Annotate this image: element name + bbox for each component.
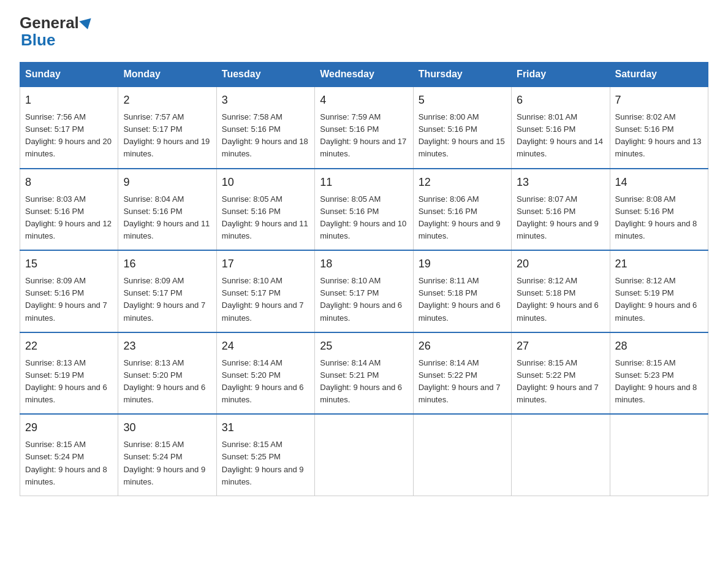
header-day-wednesday: Wednesday bbox=[315, 63, 413, 87]
calendar-cell bbox=[610, 414, 708, 496]
day-number: 12 bbox=[419, 174, 506, 191]
calendar-cell: 26 Sunrise: 8:14 AMSunset: 5:22 PMDaylig… bbox=[413, 332, 511, 415]
day-number: 7 bbox=[615, 92, 703, 109]
calendar-cell: 28 Sunrise: 8:15 AMSunset: 5:23 PMDaylig… bbox=[610, 332, 708, 415]
day-number: 9 bbox=[123, 174, 211, 191]
day-info: Sunrise: 8:12 AMSunset: 5:18 PMDaylight:… bbox=[517, 276, 599, 322]
header-day-saturday: Saturday bbox=[610, 63, 708, 87]
calendar-cell: 24 Sunrise: 8:14 AMSunset: 5:20 PMDaylig… bbox=[216, 332, 314, 415]
day-info: Sunrise: 8:00 AMSunset: 5:16 PMDaylight:… bbox=[419, 112, 505, 158]
day-number: 29 bbox=[25, 419, 113, 436]
header-day-thursday: Thursday bbox=[413, 63, 511, 87]
day-number: 11 bbox=[320, 174, 408, 191]
calendar-cell: 19 Sunrise: 8:11 AMSunset: 5:18 PMDaylig… bbox=[413, 250, 511, 332]
day-info: Sunrise: 8:11 AMSunset: 5:18 PMDaylight:… bbox=[419, 276, 501, 322]
calendar-cell: 5 Sunrise: 8:00 AMSunset: 5:16 PMDayligh… bbox=[413, 86, 511, 169]
day-number: 20 bbox=[517, 256, 604, 272]
day-info: Sunrise: 7:58 AMSunset: 5:16 PMDaylight:… bbox=[222, 112, 308, 158]
logo-blue-text: Blue bbox=[21, 31, 55, 49]
day-info: Sunrise: 8:04 AMSunset: 5:16 PMDaylight:… bbox=[123, 194, 210, 240]
day-number: 6 bbox=[517, 92, 604, 109]
day-info: Sunrise: 8:08 AMSunset: 5:16 PMDaylight:… bbox=[615, 194, 697, 240]
day-info: Sunrise: 8:02 AMSunset: 5:16 PMDaylight:… bbox=[615, 112, 702, 158]
day-info: Sunrise: 8:09 AMSunset: 5:16 PMDaylight:… bbox=[25, 276, 107, 322]
day-info: Sunrise: 8:06 AMSunset: 5:16 PMDaylight:… bbox=[419, 194, 501, 240]
day-info: Sunrise: 8:07 AMSunset: 5:16 PMDaylight:… bbox=[517, 194, 599, 240]
day-number: 4 bbox=[320, 92, 408, 109]
calendar-cell: 12 Sunrise: 8:06 AMSunset: 5:16 PMDaylig… bbox=[413, 169, 511, 251]
calendar-cell: 21 Sunrise: 8:12 AMSunset: 5:19 PMDaylig… bbox=[610, 250, 708, 332]
calendar-cell: 10 Sunrise: 8:05 AMSunset: 5:16 PMDaylig… bbox=[216, 169, 314, 251]
calendar-cell: 1 Sunrise: 7:56 AMSunset: 5:17 PMDayligh… bbox=[20, 86, 118, 169]
day-number: 23 bbox=[123, 338, 211, 354]
day-info: Sunrise: 8:13 AMSunset: 5:20 PMDaylight:… bbox=[123, 358, 205, 404]
day-info: Sunrise: 8:10 AMSunset: 5:17 PMDaylight:… bbox=[222, 276, 304, 322]
day-info: Sunrise: 8:15 AMSunset: 5:22 PMDaylight:… bbox=[517, 358, 599, 404]
calendar-cell: 22 Sunrise: 8:13 AMSunset: 5:19 PMDaylig… bbox=[20, 332, 118, 415]
calendar-cell: 2 Sunrise: 7:57 AMSunset: 5:17 PMDayligh… bbox=[118, 86, 216, 169]
day-number: 26 bbox=[419, 338, 506, 354]
calendar-cell: 3 Sunrise: 7:58 AMSunset: 5:16 PMDayligh… bbox=[216, 86, 314, 169]
calendar-cell: 16 Sunrise: 8:09 AMSunset: 5:17 PMDaylig… bbox=[118, 250, 216, 332]
page-header: General Blue bbox=[20, 15, 708, 50]
day-number: 15 bbox=[25, 256, 113, 272]
day-number: 27 bbox=[517, 338, 604, 354]
calendar-week-row: 22 Sunrise: 8:13 AMSunset: 5:19 PMDaylig… bbox=[20, 332, 708, 415]
day-number: 8 bbox=[25, 174, 113, 191]
calendar-cell: 14 Sunrise: 8:08 AMSunset: 5:16 PMDaylig… bbox=[610, 169, 708, 251]
day-info: Sunrise: 8:15 AMSunset: 5:24 PMDaylight:… bbox=[123, 440, 205, 486]
calendar-cell: 17 Sunrise: 8:10 AMSunset: 5:17 PMDaylig… bbox=[216, 250, 314, 332]
day-number: 10 bbox=[222, 174, 309, 191]
day-info: Sunrise: 7:56 AMSunset: 5:17 PMDaylight:… bbox=[25, 112, 112, 158]
logo-general-text: General bbox=[20, 15, 79, 31]
day-number: 14 bbox=[615, 174, 703, 191]
calendar-cell: 6 Sunrise: 8:01 AMSunset: 5:16 PMDayligh… bbox=[512, 86, 610, 169]
day-info: Sunrise: 8:10 AMSunset: 5:17 PMDaylight:… bbox=[320, 276, 402, 322]
day-number: 22 bbox=[25, 338, 113, 354]
day-info: Sunrise: 8:13 AMSunset: 5:19 PMDaylight:… bbox=[25, 358, 107, 404]
day-info: Sunrise: 8:09 AMSunset: 5:17 PMDaylight:… bbox=[123, 276, 205, 322]
header-day-friday: Friday bbox=[512, 63, 610, 87]
calendar-cell: 30 Sunrise: 8:15 AMSunset: 5:24 PMDaylig… bbox=[118, 414, 216, 496]
calendar-cell bbox=[512, 414, 610, 496]
calendar-week-row: 1 Sunrise: 7:56 AMSunset: 5:17 PMDayligh… bbox=[20, 86, 708, 169]
day-info: Sunrise: 7:57 AMSunset: 5:17 PMDaylight:… bbox=[123, 112, 210, 158]
logo: General Blue bbox=[20, 15, 93, 50]
day-number: 25 bbox=[320, 338, 408, 354]
header-day-sunday: Sunday bbox=[20, 63, 118, 87]
day-info: Sunrise: 8:12 AMSunset: 5:19 PMDaylight:… bbox=[615, 276, 697, 322]
calendar-cell: 11 Sunrise: 8:05 AMSunset: 5:16 PMDaylig… bbox=[315, 169, 413, 251]
day-info: Sunrise: 8:14 AMSunset: 5:22 PMDaylight:… bbox=[419, 358, 501, 404]
calendar-cell: 29 Sunrise: 8:15 AMSunset: 5:24 PMDaylig… bbox=[20, 414, 118, 496]
calendar-cell: 13 Sunrise: 8:07 AMSunset: 5:16 PMDaylig… bbox=[512, 169, 610, 251]
day-number: 18 bbox=[320, 256, 408, 272]
day-number: 5 bbox=[419, 92, 506, 109]
calendar-cell bbox=[315, 414, 413, 496]
day-number: 28 bbox=[615, 338, 703, 354]
day-info: Sunrise: 8:15 AMSunset: 5:24 PMDaylight:… bbox=[25, 440, 107, 486]
day-number: 30 bbox=[123, 419, 211, 436]
day-number: 13 bbox=[517, 174, 604, 191]
day-info: Sunrise: 8:05 AMSunset: 5:16 PMDaylight:… bbox=[222, 194, 308, 240]
day-info: Sunrise: 8:15 AMSunset: 5:25 PMDaylight:… bbox=[222, 440, 304, 486]
day-number: 19 bbox=[419, 256, 506, 272]
calendar-cell: 20 Sunrise: 8:12 AMSunset: 5:18 PMDaylig… bbox=[512, 250, 610, 332]
day-info: Sunrise: 8:03 AMSunset: 5:16 PMDaylight:… bbox=[25, 194, 112, 240]
day-info: Sunrise: 8:14 AMSunset: 5:21 PMDaylight:… bbox=[320, 358, 402, 404]
header-day-monday: Monday bbox=[118, 63, 216, 87]
calendar-cell: 8 Sunrise: 8:03 AMSunset: 5:16 PMDayligh… bbox=[20, 169, 118, 251]
calendar-cell: 4 Sunrise: 7:59 AMSunset: 5:16 PMDayligh… bbox=[315, 86, 413, 169]
day-info: Sunrise: 7:59 AMSunset: 5:16 PMDaylight:… bbox=[320, 112, 406, 158]
day-info: Sunrise: 8:01 AMSunset: 5:16 PMDaylight:… bbox=[517, 112, 603, 158]
calendar-cell: 9 Sunrise: 8:04 AMSunset: 5:16 PMDayligh… bbox=[118, 169, 216, 251]
day-info: Sunrise: 8:14 AMSunset: 5:20 PMDaylight:… bbox=[222, 358, 304, 404]
day-number: 31 bbox=[222, 419, 309, 436]
calendar-cell: 15 Sunrise: 8:09 AMSunset: 5:16 PMDaylig… bbox=[20, 250, 118, 332]
calendar-cell: 18 Sunrise: 8:10 AMSunset: 5:17 PMDaylig… bbox=[315, 250, 413, 332]
day-number: 2 bbox=[123, 92, 211, 109]
day-number: 16 bbox=[123, 256, 211, 272]
calendar-week-row: 29 Sunrise: 8:15 AMSunset: 5:24 PMDaylig… bbox=[20, 414, 708, 496]
calendar-cell bbox=[413, 414, 511, 496]
logo-triangle-icon bbox=[79, 18, 93, 31]
calendar-cell: 23 Sunrise: 8:13 AMSunset: 5:20 PMDaylig… bbox=[118, 332, 216, 415]
